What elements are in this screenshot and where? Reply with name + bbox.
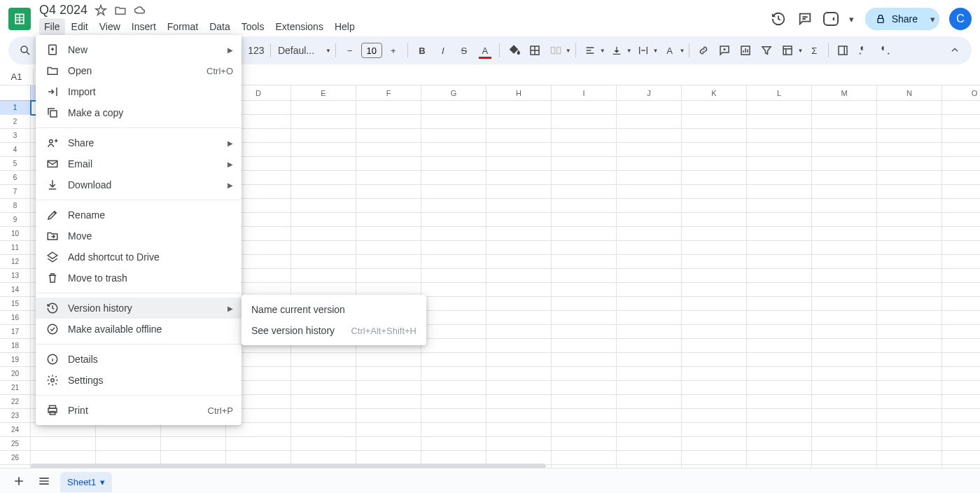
cell[interactable] <box>552 185 617 199</box>
cell[interactable] <box>356 115 421 129</box>
cell[interactable] <box>356 157 421 171</box>
cell[interactable] <box>942 423 980 437</box>
cell[interactable] <box>421 129 486 143</box>
share-button[interactable]: Share <box>865 8 927 30</box>
cell[interactable] <box>291 157 356 171</box>
row-header[interactable]: 5 <box>0 157 31 171</box>
cell[interactable] <box>617 297 682 311</box>
cell[interactable] <box>552 395 617 409</box>
cell[interactable] <box>356 213 421 227</box>
cell[interactable] <box>747 115 812 129</box>
cell[interactable] <box>942 283 980 297</box>
decrease-font-button[interactable]: − <box>340 41 360 60</box>
menu-data[interactable]: Data <box>204 18 235 35</box>
cell[interactable] <box>682 437 747 451</box>
cell[interactable] <box>682 353 747 367</box>
column-header[interactable]: I <box>552 85 617 101</box>
cell[interactable] <box>812 423 877 437</box>
cell[interactable] <box>486 199 552 213</box>
strikethrough-button[interactable]: S <box>454 41 474 60</box>
cell[interactable] <box>682 213 747 227</box>
cell[interactable] <box>552 227 617 241</box>
cell[interactable] <box>747 395 812 409</box>
column-header[interactable]: M <box>812 85 877 101</box>
cell[interactable] <box>812 311 877 325</box>
cell[interactable] <box>486 353 552 367</box>
cell[interactable] <box>747 423 812 437</box>
cell[interactable] <box>486 437 552 451</box>
menu-format[interactable]: Format <box>162 18 203 35</box>
menu-view[interactable]: View <box>94 18 125 35</box>
cell[interactable] <box>747 339 812 353</box>
cell[interactable] <box>812 297 877 311</box>
cell[interactable] <box>812 171 877 185</box>
cell[interactable] <box>291 171 356 185</box>
cell[interactable] <box>486 283 552 297</box>
cell[interactable] <box>356 395 421 409</box>
cell[interactable] <box>421 381 486 395</box>
cell[interactable] <box>812 451 877 465</box>
cell[interactable] <box>682 367 747 381</box>
cell[interactable] <box>617 115 682 129</box>
row-header[interactable]: 12 <box>0 255 31 269</box>
cell[interactable] <box>617 143 682 157</box>
cell[interactable] <box>486 325 552 339</box>
menu-help[interactable]: Help <box>330 18 360 35</box>
rtl-right-icon[interactable] <box>875 41 895 60</box>
cell[interactable] <box>877 325 942 339</box>
cell[interactable] <box>291 199 356 213</box>
cell[interactable] <box>942 297 980 311</box>
cell[interactable] <box>356 451 421 465</box>
cell[interactable] <box>226 437 291 451</box>
cell[interactable] <box>877 339 942 353</box>
cell[interactable] <box>877 143 942 157</box>
text-rotation-button[interactable]: A <box>660 41 680 60</box>
cell[interactable] <box>421 353 486 367</box>
cell[interactable] <box>356 269 421 283</box>
cell[interactable] <box>617 269 682 283</box>
cell[interactable] <box>486 339 552 353</box>
meet-caret-icon[interactable]: ▾ <box>848 11 855 27</box>
cell[interactable] <box>942 255 980 269</box>
cell[interactable] <box>747 409 812 423</box>
cell[interactable] <box>877 423 942 437</box>
menu-extensions[interactable]: Extensions <box>270 18 328 35</box>
cell[interactable] <box>682 115 747 129</box>
cell[interactable] <box>161 437 226 451</box>
cell[interactable] <box>812 325 877 339</box>
cell[interactable] <box>356 423 421 437</box>
cell[interactable] <box>617 157 682 171</box>
file-version-history[interactable]: Version history▶ <box>36 298 241 319</box>
cell[interactable] <box>486 157 552 171</box>
cell[interactable] <box>421 297 486 311</box>
cell[interactable] <box>421 409 486 423</box>
cell[interactable] <box>552 283 617 297</box>
cell[interactable] <box>617 353 682 367</box>
row-header[interactable]: 26 <box>0 451 31 465</box>
cell[interactable] <box>617 325 682 339</box>
cell[interactable] <box>421 283 486 297</box>
file-make-a-copy[interactable]: Make a copy <box>36 102 241 123</box>
cell[interactable] <box>812 227 877 241</box>
cell[interactable] <box>421 115 486 129</box>
cell[interactable] <box>291 255 356 269</box>
menu-insert[interactable]: Insert <box>127 18 161 35</box>
filter-views-icon[interactable] <box>778 41 797 60</box>
cell[interactable] <box>486 241 552 255</box>
cell[interactable] <box>747 283 812 297</box>
cell[interactable] <box>421 423 486 437</box>
star-icon[interactable] <box>94 4 107 17</box>
cell[interactable] <box>486 255 552 269</box>
cell[interactable] <box>291 129 356 143</box>
cell[interactable] <box>356 171 421 185</box>
cell[interactable] <box>942 227 980 241</box>
cell[interactable] <box>291 101 356 115</box>
cell[interactable] <box>356 129 421 143</box>
cell[interactable] <box>421 227 486 241</box>
row-header[interactable]: 17 <box>0 325 31 339</box>
column-header[interactable]: E <box>291 85 356 101</box>
cell[interactable] <box>682 199 747 213</box>
cell[interactable] <box>356 199 421 213</box>
cell[interactable] <box>682 143 747 157</box>
cell[interactable] <box>942 129 980 143</box>
